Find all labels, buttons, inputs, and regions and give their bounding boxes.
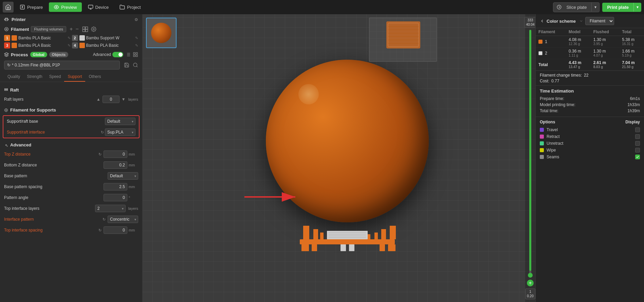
- preview-tab[interactable]: Preview: [49, 2, 81, 12]
- flushing-volumes-button[interactable]: Flushing volumes: [31, 26, 66, 32]
- support-raft-interface-select[interactable]: Sup.PLA: [105, 128, 135, 136]
- filament-edit-1[interactable]: ✎: [68, 36, 71, 40]
- raft-layers-spinbox: ▲ ▼: [95, 96, 127, 103]
- print-plate-button[interactable]: Print plate ▾: [602, 3, 641, 12]
- filament-settings-icon[interactable]: [91, 26, 96, 32]
- top-interface-spacing-input[interactable]: [104, 226, 127, 234]
- global-tag[interactable]: Global: [30, 52, 47, 57]
- interface-reset-icon[interactable]: ↻: [101, 130, 104, 135]
- base-pattern-spacing-input[interactable]: [104, 183, 127, 190]
- process-list-icon[interactable]: [125, 52, 131, 57]
- svg-rect-44: [312, 244, 317, 251]
- retract-check[interactable]: [635, 134, 640, 139]
- tab-quality[interactable]: Quality: [4, 72, 23, 82]
- support-raft-interface-label: Support/raft interface: [7, 130, 101, 135]
- color-scheme-section: Color scheme Filament: [536, 14, 644, 28]
- filament-edit-4[interactable]: ✎: [135, 43, 138, 48]
- filament-item-3: 3 Bambu PLA Basic ✎: [4, 42, 71, 48]
- svg-rect-41: [381, 229, 386, 239]
- raft-layers-up[interactable]: ▼: [120, 97, 127, 102]
- layer-slider-track[interactable]: [529, 30, 531, 278]
- raft-layers-input[interactable]: [103, 96, 119, 103]
- support-raft-interface-select-wrap: Sup.PLA: [105, 128, 135, 136]
- filament-usage-table: Filament Model Flushed Total 1 4.08 m 12…: [536, 28, 644, 71]
- main-layout: Printer ⚙ Filament Flushing volumes + − …: [0, 14, 644, 302]
- option-retract: Retract: [540, 133, 640, 140]
- objects-tag[interactable]: Objects: [49, 52, 68, 57]
- raft-layers-down[interactable]: ▲: [95, 97, 102, 102]
- profile-selector[interactable]: ↻ * 0.12mm Fine @BBL P1P: [4, 61, 120, 69]
- table-row-total: Total 4.43 m 13.47 g 2.61 m 8.03 g 7.04 …: [536, 59, 644, 71]
- tab-speed[interactable]: Speed: [46, 72, 65, 82]
- filament-edit-2[interactable]: ✎: [135, 36, 138, 40]
- table-row-2: 2 0.36 m 1.11 g 1.30 m 4.07 g 1.66 m 5.1…: [536, 47, 644, 59]
- slice-plate-button[interactable]: Slice plate ▾: [553, 2, 600, 12]
- svg-rect-46: [349, 244, 354, 251]
- pattern-angle-input[interactable]: [104, 194, 127, 201]
- base-pattern-select[interactable]: Default: [108, 172, 138, 180]
- wipe-color: [540, 148, 544, 152]
- top-interface-unit: layers: [128, 206, 138, 210]
- top-interface-spacing-label: Top interface spacing: [4, 228, 98, 233]
- unretract-check[interactable]: [635, 141, 640, 146]
- process-grid-icon[interactable]: [133, 52, 138, 57]
- ft-color-2: [538, 51, 542, 55]
- project-tab[interactable]: Project: [115, 2, 145, 12]
- support-raft-interface-row: Support/raft interface ↻ Sup.PLA: [3, 127, 139, 138]
- filament-edit-3[interactable]: ✎: [68, 43, 71, 48]
- prepare-tab[interactable]: Prepare: [15, 2, 48, 12]
- profile-search-icon[interactable]: [133, 62, 138, 68]
- advanced-switch[interactable]: [112, 52, 123, 57]
- remove-filament-button[interactable]: −: [75, 26, 78, 32]
- wipe-check[interactable]: [635, 148, 640, 153]
- device-tab[interactable]: Device: [83, 2, 114, 12]
- top-interface-select[interactable]: 2: [95, 205, 126, 212]
- travel-check[interactable]: [635, 127, 640, 132]
- print-dropdown-arrow[interactable]: ▾: [633, 3, 641, 12]
- top-z-reset[interactable]: ↻: [98, 152, 102, 157]
- pattern-angle-unit: °: [129, 196, 138, 200]
- model-time-row: Model printing time: 1h33m: [540, 102, 640, 108]
- interface-pattern-select[interactable]: Concentric: [108, 216, 138, 223]
- advanced-toggle[interactable]: Advanced: [93, 52, 123, 57]
- slice-dropdown-arrow[interactable]: ▾: [591, 3, 599, 12]
- thumbnail-box[interactable]: [146, 18, 177, 48]
- add-filament-button[interactable]: +: [70, 26, 73, 32]
- profile-save-icon[interactable]: [124, 62, 129, 68]
- collapse-icon[interactable]: [540, 19, 545, 23]
- svg-rect-20: [133, 55, 135, 57]
- tab-support[interactable]: Support: [64, 72, 85, 82]
- col-model: Model: [566, 28, 591, 36]
- filament-name-3: Bambu PLA Basic: [18, 43, 66, 48]
- tab-strength[interactable]: Strength: [23, 72, 45, 82]
- layer-slider[interactable]: 33340:04 + 10.20: [525, 14, 535, 302]
- top-z-distance-row: Top Z distance ↻ mm: [0, 149, 142, 160]
- layer-slider-thumb[interactable]: [528, 273, 533, 278]
- svg-rect-42: [390, 226, 396, 239]
- ft-color-1: [538, 40, 542, 44]
- table-row-1: 1 4.08 m 12.36 g 1.30 m 3.95 g 5.38 m 16…: [536, 36, 644, 47]
- model-time-label: Model printing time:: [540, 102, 575, 107]
- printer-settings-icon[interactable]: ⚙: [134, 17, 138, 22]
- viewport[interactable]: 33340:04 + 10.20: [143, 14, 535, 302]
- layer-add-button[interactable]: +: [527, 280, 534, 286]
- top-z-input[interactable]: [104, 150, 127, 158]
- filament-sync-icon[interactable]: [82, 26, 88, 32]
- svg-point-6: [5, 27, 8, 31]
- base-pattern-spacing-unit: mm: [129, 185, 138, 189]
- home-button[interactable]: [3, 2, 14, 13]
- col-filament: Filament: [536, 28, 566, 36]
- seams-check[interactable]: [635, 155, 640, 159]
- filament-item-2: 2 Bambu Support W ✎: [72, 35, 139, 41]
- support-raft-base-select[interactable]: Default: [105, 118, 135, 125]
- tab-others[interactable]: Others: [85, 72, 104, 82]
- interface-pattern-reset[interactable]: ↻: [103, 217, 106, 222]
- bottom-z-input[interactable]: [104, 161, 127, 169]
- top-interface-spacing-reset[interactable]: ↻: [98, 228, 102, 233]
- svg-rect-39: [368, 234, 370, 239]
- retract-label: Retract: [547, 134, 632, 139]
- pattern-angle-label: Pattern angle: [4, 195, 104, 200]
- total-time-value: 1h39m: [627, 108, 640, 113]
- interface-pattern-row: Interface pattern ↻ Concentric: [0, 214, 142, 225]
- color-scheme-select[interactable]: Filament: [585, 17, 614, 25]
